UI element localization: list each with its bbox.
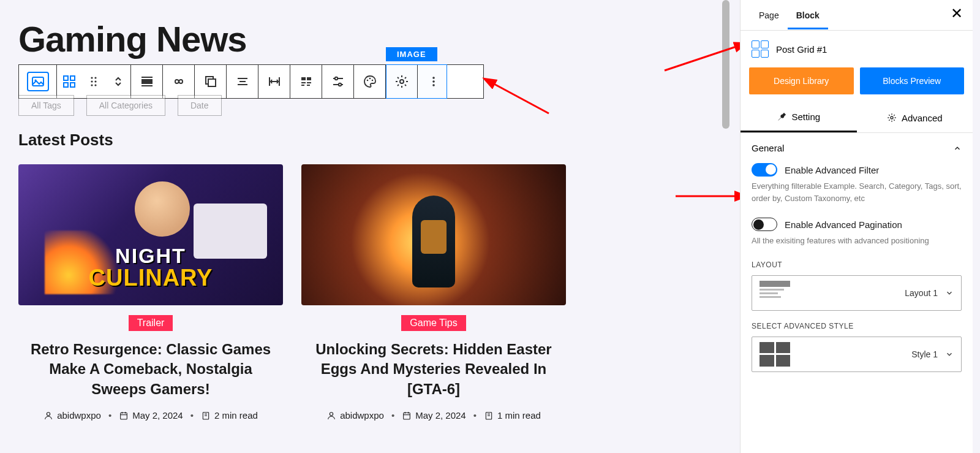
svg-point-31 bbox=[338, 83, 341, 86]
sidebar-subtabs: Setting Advanced bbox=[741, 103, 973, 132]
svg-rect-5 bbox=[70, 83, 75, 87]
post-thumbnail[interactable] bbox=[301, 164, 566, 305]
advanced-pagination-hint: All the exisiting features with advanced… bbox=[752, 235, 962, 247]
svg-point-35 bbox=[400, 80, 404, 83]
style-preview-icon bbox=[760, 342, 790, 367]
toggle-advanced-pagination-label: Enable Advanced Pagination bbox=[785, 219, 902, 230]
columns-button[interactable] bbox=[290, 65, 322, 98]
svg-point-29 bbox=[334, 77, 337, 80]
toggle-advanced-filter[interactable] bbox=[752, 163, 777, 177]
link-button[interactable] bbox=[163, 65, 195, 98]
svg-point-33 bbox=[369, 78, 371, 80]
section-title: Latest Posts bbox=[18, 131, 714, 150]
toolbar-group-layout bbox=[57, 65, 131, 98]
user-icon bbox=[43, 411, 53, 421]
calendar-icon bbox=[402, 411, 412, 421]
sidebar-button-row: Design Library Blocks Preview bbox=[741, 67, 973, 103]
block-identity: Post Grid #1 bbox=[741, 31, 973, 67]
svg-rect-4 bbox=[64, 83, 68, 87]
tab-page[interactable]: Page bbox=[750, 2, 788, 29]
svg-rect-12 bbox=[141, 79, 153, 84]
svg-point-6 bbox=[91, 77, 92, 78]
panel-general: General Enable Advanced Filter Everythin… bbox=[741, 132, 973, 395]
post-category-tag[interactable]: Trailer bbox=[129, 315, 173, 331]
post-author[interactable]: abidwpxpo bbox=[43, 410, 101, 421]
text-align-button[interactable] bbox=[227, 65, 258, 98]
grid-icon bbox=[62, 74, 77, 89]
filter-all-tags[interactable]: All Tags bbox=[18, 95, 74, 116]
svg-rect-23 bbox=[307, 77, 311, 80]
svg-rect-0 bbox=[32, 77, 43, 86]
more-options-button[interactable] bbox=[418, 65, 450, 98]
svg-point-11 bbox=[94, 84, 96, 86]
grid-layout-button[interactable] bbox=[57, 65, 81, 98]
blocks-preview-button[interactable]: Blocks Preview bbox=[860, 67, 965, 94]
filter-date[interactable]: Date bbox=[178, 95, 222, 116]
user-icon bbox=[326, 411, 336, 421]
thumbnail-overlay-text: NIGHT CULINARY bbox=[89, 245, 213, 289]
post-grid-icon bbox=[752, 40, 769, 58]
duplicate-button[interactable] bbox=[195, 65, 227, 98]
toggle-advanced-pagination[interactable] bbox=[752, 218, 777, 231]
svg-point-36 bbox=[432, 77, 435, 79]
panel-general-header[interactable]: General bbox=[741, 133, 973, 163]
settings-gear-button[interactable] bbox=[386, 65, 418, 98]
advanced-filter-hint: Everything filterable Example. Search, C… bbox=[752, 180, 962, 204]
post-card: NIGHT CULINARY Trailer Retro Resurgence:… bbox=[18, 164, 283, 421]
post-meta: abidwpxpo • May 2, 2024 • 2 min read bbox=[18, 410, 283, 421]
post-thumbnail[interactable]: NIGHT CULINARY bbox=[18, 164, 283, 305]
layout-value: Layout 1 bbox=[797, 288, 938, 298]
svg-rect-2 bbox=[64, 76, 68, 80]
post-category-tag[interactable]: Game Tips bbox=[401, 315, 466, 331]
style-select[interactable]: Style 1 bbox=[752, 337, 962, 372]
drag-handle-button[interactable] bbox=[81, 65, 106, 98]
book-icon bbox=[201, 411, 211, 421]
post-date: May 2, 2024 bbox=[402, 410, 466, 421]
layout-field-label: LAYOUT bbox=[752, 261, 962, 269]
svg-point-10 bbox=[91, 84, 92, 86]
sliders-icon bbox=[331, 74, 345, 89]
gear-icon bbox=[394, 74, 409, 89]
align-full-icon bbox=[140, 74, 154, 89]
subtab-advanced[interactable]: Advanced bbox=[857, 103, 973, 132]
post-title[interactable]: Retro Resurgence: Classic Games Make A C… bbox=[18, 340, 283, 399]
dots-vertical-icon bbox=[426, 74, 441, 89]
block-icon-button[interactable] bbox=[19, 65, 57, 98]
calendar-icon bbox=[119, 411, 129, 421]
infinity-icon bbox=[172, 74, 186, 89]
close-sidebar-button[interactable]: ✕ bbox=[951, 6, 963, 21]
filter-all-categories[interactable]: All Categories bbox=[86, 95, 165, 116]
post-title[interactable]: Unlocking Secrets: Hidden Easter Eggs An… bbox=[301, 340, 566, 399]
block-name-label: Post Grid #1 bbox=[776, 44, 827, 55]
svg-point-39 bbox=[47, 412, 50, 415]
style-value: Style 1 bbox=[797, 349, 938, 359]
post-author[interactable]: abidwpxpo bbox=[326, 410, 384, 421]
align-button[interactable] bbox=[131, 65, 163, 98]
post-card: Game Tips Unlocking Secrets: Hidden East… bbox=[301, 164, 566, 421]
layout-select[interactable]: Layout 1 bbox=[752, 275, 962, 311]
style-palette-button[interactable] bbox=[354, 65, 386, 98]
chevron-down-icon bbox=[945, 350, 954, 359]
move-updown-button[interactable] bbox=[106, 65, 130, 98]
svg-point-58 bbox=[891, 116, 893, 119]
tab-block[interactable]: Block bbox=[788, 2, 828, 29]
chevron-up-icon bbox=[953, 144, 962, 153]
align-center-icon bbox=[235, 74, 250, 89]
inspector-sidebar: Page Block ✕ Post Grid #1 Design Library… bbox=[740, 0, 973, 453]
design-library-button[interactable]: Design Library bbox=[749, 67, 854, 94]
palette-icon bbox=[363, 74, 377, 89]
chevron-down-icon bbox=[945, 289, 954, 297]
width-button[interactable] bbox=[258, 65, 290, 98]
svg-rect-3 bbox=[70, 76, 75, 80]
svg-rect-16 bbox=[208, 79, 216, 86]
sidebar-tabs: Page Block ✕ bbox=[741, 0, 973, 31]
settings-sliders-button[interactable] bbox=[322, 65, 354, 98]
post-readtime: 2 min read bbox=[201, 410, 258, 421]
post-grid: NIGHT CULINARY Trailer Retro Resurgence:… bbox=[18, 164, 714, 421]
page-title: Gaming News bbox=[18, 18, 714, 59]
image-block-label: IMAGE bbox=[386, 47, 437, 61]
layout-preview-icon bbox=[760, 281, 790, 305]
subtab-setting[interactable]: Setting bbox=[741, 103, 857, 132]
svg-rect-48 bbox=[404, 413, 410, 419]
canvas-scrollbar[interactable] bbox=[722, 0, 729, 129]
